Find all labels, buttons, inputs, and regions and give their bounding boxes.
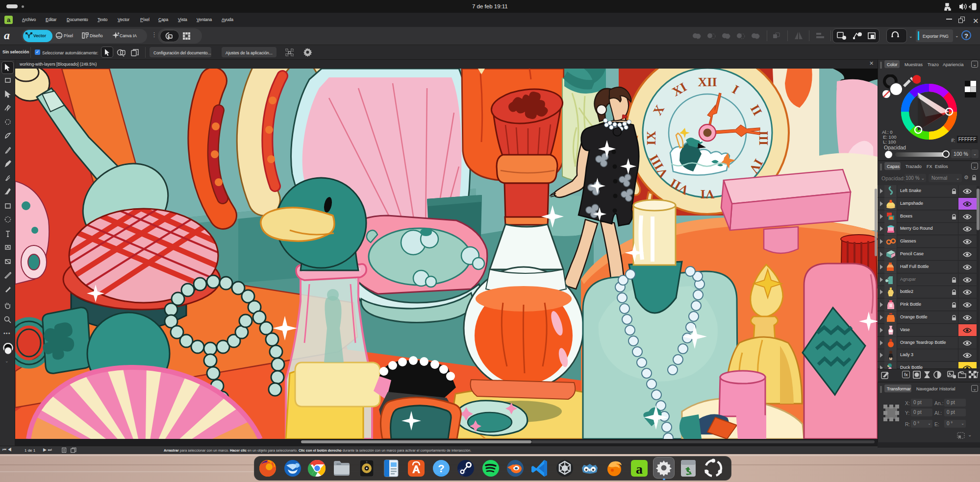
svg-text:A: A bbox=[168, 35, 171, 39]
svg-text:a: a bbox=[636, 461, 643, 477]
svg-text:XII: XII bbox=[698, 75, 717, 89]
svg-text:VI: VI bbox=[701, 187, 715, 201]
svg-text:IX: IX bbox=[644, 131, 658, 145]
svg-text:?: ? bbox=[438, 462, 444, 475]
